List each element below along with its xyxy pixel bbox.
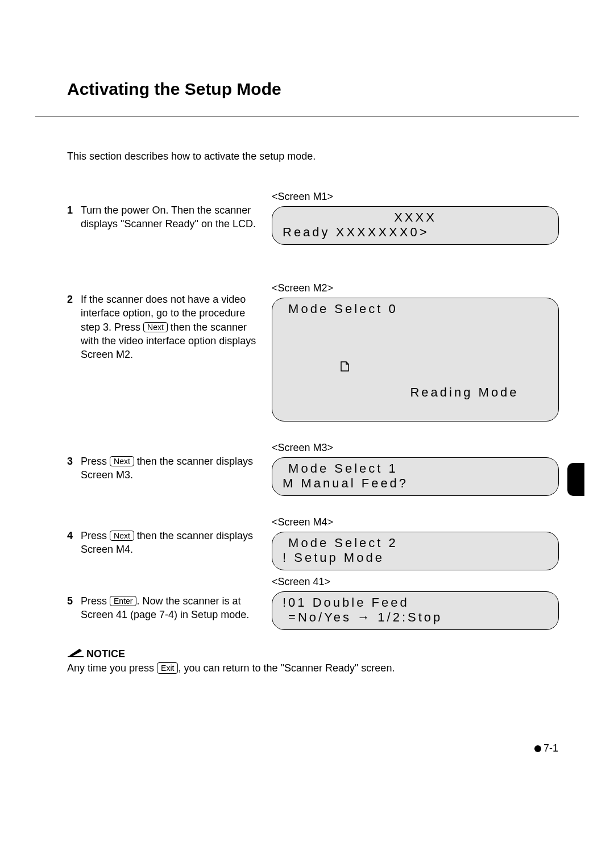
step-2: 2 If the scanner does not have a video i… bbox=[67, 293, 266, 361]
lcd-line-1: XXXX bbox=[283, 210, 548, 225]
step-number: 1 bbox=[67, 203, 81, 231]
next-key: Next bbox=[110, 531, 134, 541]
notice-text: Any time you press Exit, you can return … bbox=[67, 661, 556, 675]
lcd-line-2: Ready XXXXXXX0> bbox=[283, 225, 548, 240]
lcd-panel: Mode Select 0 Reading Mode bbox=[272, 298, 559, 422]
step-text: If the scanner does not have a video int… bbox=[81, 293, 266, 361]
page-number: 7-1 bbox=[534, 742, 558, 754]
lcd-panel: XXXX Ready XXXXXXX0> bbox=[272, 206, 559, 245]
enter-key: Enter bbox=[110, 596, 136, 606]
content-grid: 1 Turn the power On. Then the scanner di… bbox=[67, 191, 614, 630]
exit-key: Exit bbox=[157, 662, 178, 674]
screen-label: <Screen 41> bbox=[272, 576, 559, 588]
step-text: Press Enter. Now the scanner is at Scree… bbox=[81, 594, 266, 622]
bullet-icon bbox=[534, 745, 541, 752]
lcd-line-1: Mode Select 0 bbox=[283, 302, 548, 316]
screen-41: <Screen 41> !01 Double Feed =No/Yes → 1/… bbox=[272, 576, 559, 630]
screen-label: <Screen M1> bbox=[272, 191, 559, 203]
screen-m2: <Screen M2> Mode Select 0 Reading Mode bbox=[272, 282, 559, 422]
lcd-line-2: Reading Mode bbox=[283, 316, 548, 416]
step-number: 4 bbox=[67, 529, 81, 557]
pencil-icon bbox=[67, 647, 84, 657]
screen-label: <Screen M4> bbox=[272, 516, 559, 528]
step-number: 5 bbox=[67, 594, 81, 622]
side-tab bbox=[567, 463, 584, 496]
next-key: Next bbox=[110, 456, 134, 466]
intro-text: This section describes how to activate t… bbox=[67, 151, 614, 162]
lcd-line-2: =No/Yes → 1/2:Stop bbox=[283, 610, 548, 625]
divider bbox=[35, 116, 579, 116]
step-3: 3 Press Next then the scanner displays S… bbox=[67, 454, 266, 482]
notice: NOTICE Any time you press Exit, you can … bbox=[67, 647, 556, 675]
lcd-line-1: !01 Double Feed bbox=[283, 595, 548, 610]
lcd-line-1: Mode Select 2 bbox=[283, 536, 548, 550]
step-text: Press Next then the scanner displays Scr… bbox=[81, 529, 266, 557]
step-4: 4 Press Next then the scanner displays S… bbox=[67, 529, 266, 557]
step-number: 3 bbox=[67, 454, 81, 482]
lcd-panel: Mode Select 1 M Manual Feed? bbox=[272, 457, 559, 496]
screen-label: <Screen M2> bbox=[272, 282, 559, 294]
notice-label: NOTICE bbox=[86, 647, 125, 661]
notice-header: NOTICE bbox=[67, 647, 125, 661]
screen-m1: <Screen M1> XXXX Ready XXXXXXX0> bbox=[272, 191, 559, 245]
page-title: Activating the Setup Mode bbox=[67, 80, 614, 99]
page: Activating the Setup Mode This section d… bbox=[0, 0, 614, 868]
screen-m4: <Screen M4> Mode Select 2 ! Setup Mode bbox=[272, 516, 559, 570]
lcd-panel: Mode Select 2 ! Setup Mode bbox=[272, 532, 559, 570]
step-5: 5 Press Enter. Now the scanner is at Scr… bbox=[67, 594, 266, 622]
next-key: Next bbox=[143, 322, 168, 332]
lcd-panel: !01 Double Feed =No/Yes → 1/2:Stop bbox=[272, 591, 559, 630]
lcd-line-2: ! Setup Mode bbox=[283, 550, 548, 565]
screen-label: <Screen M3> bbox=[272, 442, 559, 454]
lcd-line-2: M Manual Feed? bbox=[283, 476, 548, 491]
step-text: Turn the power On. Then the scanner disp… bbox=[81, 203, 266, 231]
step-1: 1 Turn the power On. Then the scanner di… bbox=[67, 203, 266, 231]
lcd-line-1: Mode Select 1 bbox=[283, 461, 548, 476]
screen-m3: <Screen M3> Mode Select 1 M Manual Feed? bbox=[272, 442, 559, 496]
page-icon bbox=[340, 331, 409, 402]
step-text: Press Next then the scanner displays Scr… bbox=[81, 454, 266, 482]
step-number: 2 bbox=[67, 293, 81, 361]
